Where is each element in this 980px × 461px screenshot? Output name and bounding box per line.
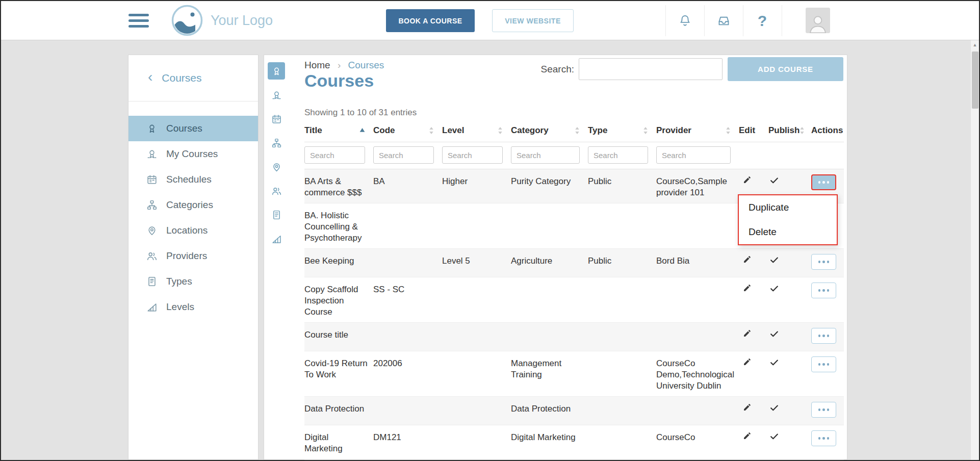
filter-input-category[interactable] <box>511 146 580 164</box>
cell-actions <box>811 277 844 323</box>
rail-types-icon[interactable] <box>268 206 285 223</box>
sidebar-item-providers[interactable]: Providers <box>128 243 258 269</box>
filter-input-title[interactable] <box>304 146 365 164</box>
sidebar-item-schedules[interactable]: Schedules <box>128 167 258 192</box>
cell-title: Copy Scaffold Inspection Course <box>304 277 373 323</box>
cell-code: DM121 <box>373 425 442 459</box>
table-row: Covid-19 Return To Work202006Management … <box>304 351 844 397</box>
rail-providers-icon[interactable] <box>268 182 285 199</box>
filter-input-code[interactable] <box>373 146 434 164</box>
column-label: Type <box>588 125 607 136</box>
publish-check-icon[interactable] <box>769 255 779 265</box>
edit-pencil-icon[interactable] <box>743 284 752 292</box>
sidebar-item-label: Types <box>166 276 192 287</box>
types-icon <box>146 276 158 287</box>
column-header-category[interactable]: Category <box>511 120 588 142</box>
sidebar-item-my-courses[interactable]: My Courses <box>128 141 258 167</box>
menu-item-duplicate[interactable]: Duplicate <box>739 195 837 220</box>
column-header-provider[interactable]: Provider <box>656 120 739 142</box>
cell-code: 202006 <box>373 351 442 397</box>
breadcrumb-home[interactable]: Home <box>304 60 330 70</box>
cell-publish <box>768 351 811 397</box>
rail-levels-icon[interactable] <box>268 230 285 247</box>
cell-title: BA. Holistic Councelling & Psychotherapy <box>304 203 373 249</box>
cell-provider <box>656 459 739 461</box>
column-header-publish[interactable]: Publish <box>768 120 811 142</box>
cell-type <box>588 459 656 461</box>
edit-pencil-icon[interactable] <box>743 403 752 412</box>
column-header-code[interactable]: Code <box>373 120 442 142</box>
filter-input-level[interactable] <box>442 146 503 164</box>
row-actions-button[interactable] <box>811 328 836 344</box>
sidebar-back[interactable]: ‹ Courses <box>128 55 258 101</box>
rail-courses-icon[interactable] <box>268 62 285 80</box>
cell-category: Purity Category <box>511 169 588 203</box>
edit-pencil-icon[interactable] <box>743 255 752 264</box>
filter-input-type[interactable] <box>588 146 648 164</box>
cell-provider <box>656 397 739 425</box>
publish-check-icon[interactable] <box>769 431 779 441</box>
breadcrumb-separator-icon: › <box>338 60 341 70</box>
hamburger-menu-icon[interactable] <box>128 14 149 28</box>
row-actions-button[interactable] <box>811 254 836 270</box>
help-icon[interactable]: ? <box>749 1 776 40</box>
cell-category: Management <box>511 459 588 461</box>
edit-pencil-icon[interactable] <box>743 431 752 440</box>
vertical-scrollbar[interactable]: ▲ <box>970 40 979 460</box>
view-website-button[interactable]: VIEW WEBSITE <box>492 9 574 32</box>
publish-check-icon[interactable] <box>769 175 779 185</box>
row-actions-button[interactable] <box>811 356 836 372</box>
book-a-course-button[interactable]: BOOK A COURSE <box>386 9 475 32</box>
cell-actions <box>811 425 844 459</box>
cell-level: Higher <box>442 169 511 203</box>
cell-type: Public <box>588 169 656 203</box>
cell-code <box>373 397 442 425</box>
publish-check-icon[interactable] <box>769 403 779 413</box>
edit-pencil-icon[interactable] <box>743 329 752 338</box>
edit-pencil-icon[interactable] <box>743 357 752 366</box>
cell-publish <box>768 397 811 425</box>
user-avatar[interactable] <box>806 8 830 33</box>
scroll-up-arrow-icon[interactable]: ▲ <box>971 40 979 49</box>
row-actions-button[interactable] <box>811 174 836 190</box>
scrollbar-thumb[interactable] <box>972 52 978 109</box>
rail-schedules-icon[interactable] <box>268 110 285 127</box>
sort-icon <box>800 126 805 135</box>
topbar-divider <box>704 5 705 36</box>
publish-check-icon[interactable] <box>769 284 779 293</box>
column-header-title[interactable]: Title <box>304 120 373 142</box>
sidebar-item-levels[interactable]: Levels <box>128 294 258 320</box>
add-course-button[interactable]: ADD COURSE <box>728 57 843 81</box>
sidebar-item-types[interactable]: Types <box>128 269 258 294</box>
row-actions-button[interactable] <box>811 402 836 418</box>
column-header-type[interactable]: Type <box>588 120 656 142</box>
row-actions-button[interactable] <box>811 283 836 298</box>
filter-input-provider[interactable] <box>656 146 731 164</box>
providers-icon <box>146 250 158 262</box>
sidebar-item-courses[interactable]: Courses <box>128 116 258 141</box>
column-header-level[interactable]: Level <box>442 120 511 142</box>
publish-check-icon[interactable] <box>769 357 779 367</box>
rail-locations-icon[interactable] <box>268 158 285 175</box>
entries-summary: Showing 1 to 10 of 31 entries <box>304 108 417 118</box>
sidebar-item-locations[interactable]: Locations <box>128 218 258 243</box>
breadcrumb-current[interactable]: Courses <box>348 60 384 70</box>
column-header-actions: Actions <box>811 120 844 142</box>
sidebar-item-categories[interactable]: Categories <box>128 192 258 218</box>
menu-item-delete[interactable]: Delete <box>739 220 837 244</box>
publish-check-icon[interactable] <box>769 329 779 339</box>
cell-publish <box>768 277 811 323</box>
cell-title: Diploma in Asset <box>304 459 373 461</box>
cell-level <box>442 203 511 249</box>
rail-categories-icon[interactable] <box>268 134 285 151</box>
topbar: Your Logo BOOK A COURSE VIEW WEBSITE ? <box>1 1 979 40</box>
notifications-bell-icon[interactable] <box>672 1 698 40</box>
row-actions-button[interactable] <box>811 430 836 446</box>
cell-title: Data Protection <box>304 397 373 425</box>
inbox-icon[interactable] <box>710 1 737 40</box>
rail-my-courses-icon[interactable] <box>268 86 285 104</box>
global-search-input[interactable] <box>579 58 723 80</box>
edit-pencil-icon[interactable] <box>743 175 752 184</box>
table-row: Data ProtectionData Protection <box>304 397 844 425</box>
cell-actions <box>811 459 844 461</box>
